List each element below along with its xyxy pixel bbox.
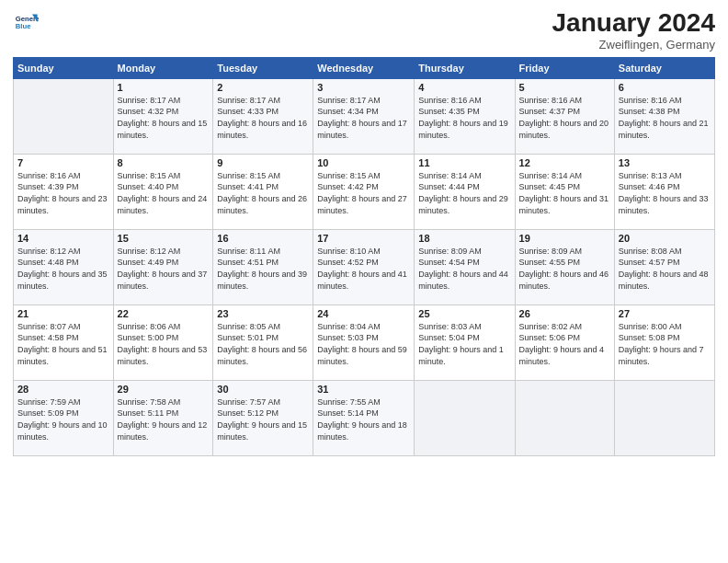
main-title: January 2024 [552, 9, 715, 38]
calendar-cell: 29 Sunrise: 7:58 AM Sunset: 5:11 PM Dayl… [113, 380, 213, 455]
sunset-text: Sunset: 5:06 PM [519, 332, 610, 344]
day-info: Sunrise: 8:11 AM Sunset: 4:51 PM Dayligh… [217, 246, 309, 292]
col-monday: Monday [113, 57, 213, 78]
sunrise-text: Sunrise: 8:16 AM [519, 95, 610, 107]
day-info: Sunrise: 8:17 AM Sunset: 4:34 PM Dayligh… [317, 95, 410, 141]
daylight-text: Daylight: 8 hours and 37 minutes. [118, 269, 210, 292]
calendar-header: Sunday Monday Tuesday Wednesday Thursday… [14, 57, 715, 78]
day-number: 31 [317, 384, 410, 395]
sunset-text: Sunset: 5:14 PM [317, 408, 410, 419]
sunrise-text: Sunrise: 8:04 AM [317, 321, 410, 333]
day-number: 24 [317, 308, 410, 319]
day-info: Sunrise: 8:17 AM Sunset: 4:33 PM Dayligh… [217, 95, 309, 141]
sunset-text: Sunset: 5:09 PM [17, 408, 109, 419]
day-info: Sunrise: 8:15 AM Sunset: 4:40 PM Dayligh… [118, 170, 210, 216]
col-sunday: Sunday [14, 57, 114, 78]
sunset-text: Sunset: 4:49 PM [118, 257, 210, 269]
daylight-text: Daylight: 8 hours and 35 minutes. [17, 269, 109, 292]
daylight-text: Daylight: 8 hours and 29 minutes. [418, 193, 510, 216]
sunset-text: Sunset: 4:33 PM [217, 106, 309, 118]
day-info: Sunrise: 8:12 AM Sunset: 4:48 PM Dayligh… [17, 246, 109, 292]
svg-text:Blue: Blue [16, 22, 31, 30]
sunrise-text: Sunrise: 8:12 AM [17, 246, 109, 258]
day-number: 21 [17, 308, 109, 319]
day-info: Sunrise: 8:14 AM Sunset: 4:45 PM Dayligh… [519, 170, 610, 216]
sunrise-text: Sunrise: 7:58 AM [118, 396, 210, 408]
calendar-cell: 23 Sunrise: 8:05 AM Sunset: 5:01 PM Dayl… [213, 304, 313, 380]
calendar-cell: 18 Sunrise: 8:09 AM Sunset: 4:54 PM Dayl… [415, 229, 515, 304]
daylight-text: Daylight: 8 hours and 46 minutes. [519, 269, 610, 292]
calendar-cell: 27 Sunrise: 8:00 AM Sunset: 5:08 PM Dayl… [614, 304, 714, 380]
sunset-text: Sunset: 4:58 PM [17, 332, 109, 344]
sunset-text: Sunset: 4:55 PM [519, 257, 610, 269]
sunset-text: Sunset: 5:04 PM [418, 332, 510, 344]
sunset-text: Sunset: 4:38 PM [619, 106, 711, 118]
day-info: Sunrise: 7:58 AM Sunset: 5:11 PM Dayligh… [118, 396, 210, 442]
daylight-text: Daylight: 8 hours and 17 minutes. [317, 118, 410, 141]
sunrise-text: Sunrise: 8:14 AM [519, 170, 610, 182]
daylight-text: Daylight: 8 hours and 24 minutes. [118, 193, 210, 216]
day-number: 25 [418, 308, 510, 319]
day-info: Sunrise: 8:09 AM Sunset: 4:54 PM Dayligh… [418, 246, 510, 292]
calendar-cell: 11 Sunrise: 8:14 AM Sunset: 4:44 PM Dayl… [415, 154, 515, 229]
sunset-text: Sunset: 4:39 PM [17, 181, 109, 193]
daylight-text: Daylight: 9 hours and 12 minutes. [118, 419, 210, 442]
day-info: Sunrise: 8:16 AM Sunset: 4:35 PM Dayligh… [418, 95, 510, 141]
day-number: 20 [619, 233, 711, 244]
calendar-table: Sunday Monday Tuesday Wednesday Thursday… [13, 57, 715, 456]
day-info: Sunrise: 7:55 AM Sunset: 5:14 PM Dayligh… [317, 396, 410, 442]
daylight-text: Daylight: 8 hours and 15 minutes. [118, 118, 210, 141]
day-info: Sunrise: 8:17 AM Sunset: 4:32 PM Dayligh… [118, 95, 210, 141]
day-info: Sunrise: 8:15 AM Sunset: 4:41 PM Dayligh… [217, 170, 309, 216]
day-number: 10 [317, 157, 410, 168]
calendar-body: 1 Sunrise: 8:17 AM Sunset: 4:32 PM Dayli… [14, 78, 715, 455]
calendar-cell: 12 Sunrise: 8:14 AM Sunset: 4:45 PM Dayl… [515, 154, 614, 229]
day-number: 22 [118, 308, 210, 319]
day-number: 7 [17, 157, 109, 168]
sunset-text: Sunset: 4:46 PM [619, 181, 711, 193]
daylight-text: Daylight: 8 hours and 16 minutes. [217, 118, 309, 141]
calendar-cell [14, 78, 114, 154]
calendar-cell: 25 Sunrise: 8:03 AM Sunset: 5:04 PM Dayl… [415, 304, 515, 380]
sunset-text: Sunset: 4:32 PM [118, 106, 210, 118]
daylight-text: Daylight: 8 hours and 31 minutes. [519, 193, 610, 216]
sunset-text: Sunset: 5:01 PM [217, 332, 309, 344]
day-number: 5 [519, 82, 610, 93]
sunrise-text: Sunrise: 7:59 AM [17, 396, 109, 408]
daylight-text: Daylight: 9 hours and 18 minutes. [317, 419, 410, 442]
calendar-cell: 5 Sunrise: 8:16 AM Sunset: 4:37 PM Dayli… [515, 78, 614, 154]
sunrise-text: Sunrise: 8:12 AM [118, 246, 210, 258]
sunrise-text: Sunrise: 8:10 AM [317, 246, 410, 258]
calendar-cell [515, 380, 614, 455]
day-info: Sunrise: 8:10 AM Sunset: 4:52 PM Dayligh… [317, 246, 410, 292]
daylight-text: Daylight: 8 hours and 44 minutes. [418, 269, 510, 292]
daylight-text: Daylight: 8 hours and 56 minutes. [217, 344, 309, 367]
col-friday: Friday [515, 57, 614, 78]
day-number: 29 [118, 384, 210, 395]
sunset-text: Sunset: 4:48 PM [17, 257, 109, 269]
sunrise-text: Sunrise: 8:17 AM [317, 95, 410, 107]
day-number: 11 [418, 157, 510, 168]
calendar-cell: 14 Sunrise: 8:12 AM Sunset: 4:48 PM Dayl… [14, 229, 114, 304]
day-info: Sunrise: 8:13 AM Sunset: 4:46 PM Dayligh… [619, 170, 711, 216]
day-number: 12 [519, 157, 610, 168]
calendar-cell: 24 Sunrise: 8:04 AM Sunset: 5:03 PM Dayl… [313, 304, 415, 380]
daylight-text: Daylight: 8 hours and 51 minutes. [17, 344, 109, 367]
calendar-cell: 22 Sunrise: 8:06 AM Sunset: 5:00 PM Dayl… [113, 304, 213, 380]
sunrise-text: Sunrise: 8:09 AM [418, 246, 510, 258]
sunset-text: Sunset: 5:00 PM [118, 332, 210, 344]
calendar-cell: 30 Sunrise: 7:57 AM Sunset: 5:12 PM Dayl… [213, 380, 313, 455]
calendar-cell: 3 Sunrise: 8:17 AM Sunset: 4:34 PM Dayli… [313, 78, 415, 154]
calendar-cell: 16 Sunrise: 8:11 AM Sunset: 4:51 PM Dayl… [213, 229, 313, 304]
day-info: Sunrise: 7:57 AM Sunset: 5:12 PM Dayligh… [217, 396, 309, 442]
day-number: 15 [118, 233, 210, 244]
day-number: 9 [217, 157, 309, 168]
sunrise-text: Sunrise: 7:57 AM [217, 396, 309, 408]
calendar-cell: 2 Sunrise: 8:17 AM Sunset: 4:33 PM Dayli… [213, 78, 313, 154]
sunrise-text: Sunrise: 8:11 AM [217, 246, 309, 258]
sunset-text: Sunset: 4:44 PM [418, 181, 510, 193]
daylight-text: Daylight: 8 hours and 20 minutes. [519, 118, 610, 141]
day-number: 17 [317, 233, 410, 244]
day-info: Sunrise: 7:59 AM Sunset: 5:09 PM Dayligh… [17, 396, 109, 442]
sunrise-text: Sunrise: 8:17 AM [118, 95, 210, 107]
